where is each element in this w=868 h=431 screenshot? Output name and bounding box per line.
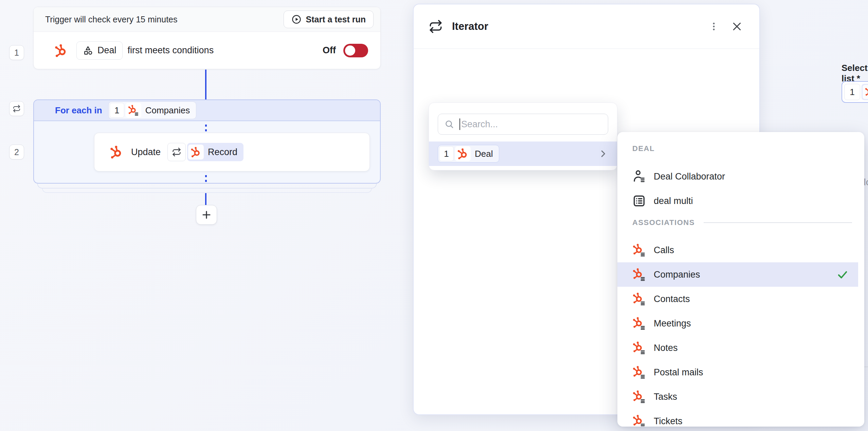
hubspot-list-icon: [632, 268, 646, 281]
menu-item-deal-multi[interactable]: deal multi: [617, 189, 858, 213]
menu-item-tasks[interactable]: Tasks: [617, 385, 858, 409]
record-token-label: Record: [204, 147, 242, 157]
trigger-card-header: Trigger will check every 15 minutes Star…: [34, 7, 380, 32]
hubspot-list-icon: [632, 366, 646, 379]
hubspot-list-icon: [632, 292, 646, 306]
search-input[interactable]: [460, 119, 602, 130]
token-label: Deal: [471, 149, 498, 159]
search-icon: [444, 119, 454, 129]
menu-item-label: Contacts: [654, 294, 690, 304]
menu-item-label: Tickets: [654, 416, 683, 427]
hubspot-list-icon: [632, 317, 646, 330]
dotted-connector: [205, 125, 207, 127]
token-step-number: 1: [439, 146, 454, 161]
deal-token: 1 Deal: [438, 145, 499, 163]
start-test-run-label: Start a test run: [306, 15, 366, 24]
kebab-icon: [709, 21, 719, 32]
hubspot-list-icon: [632, 341, 646, 355]
token-label: Companies: [141, 105, 195, 116]
menu-item-tickets[interactable]: Tickets: [617, 409, 858, 427]
panel-close-button[interactable]: [729, 19, 744, 34]
deal-object-badge: Deal: [76, 41, 123, 60]
add-step-button[interactable]: [196, 205, 217, 225]
menu-item-label: Postal mails: [654, 367, 703, 378]
hubspot-list-icon: [126, 103, 141, 118]
person-list-icon: [632, 170, 646, 183]
trigger-step-row[interactable]: Deal first meets conditions Off: [34, 32, 380, 69]
start-test-run-button[interactable]: Start a test run: [284, 11, 374, 28]
panel-header: Iterator: [414, 4, 759, 49]
hubspot-icon: [188, 145, 204, 160]
dropdown-search-box[interactable]: [438, 114, 608, 135]
menu-item-label: Meetings: [654, 318, 691, 329]
loop-stack-layer: [37, 183, 377, 188]
menu-item-label: deal multi: [654, 196, 693, 206]
check-icon: [836, 268, 849, 281]
menu-item-label: Companies: [654, 269, 700, 280]
menu-item-label: Tasks: [654, 392, 677, 402]
trigger-event-text: first meets conditions: [128, 45, 214, 56]
menu-item-meetings[interactable]: Meetings: [617, 311, 858, 336]
chevron-right-icon: [598, 149, 608, 159]
chip-body: Deal › Companies: [862, 84, 868, 100]
loop-step-badge: [9, 101, 24, 116]
panel-title: Iterator: [452, 20, 488, 33]
update-record-card[interactable]: Update Record: [94, 133, 370, 171]
section-divider: [704, 222, 852, 223]
shapes-icon: [83, 45, 93, 56]
trigger-schedule-text: Trigger will check every 15 minutes: [45, 15, 178, 24]
step-number-badge-1: 1: [9, 45, 24, 60]
section-header-deal: DEAL: [632, 144, 655, 153]
token-step-number: 1: [110, 103, 124, 118]
dropdown-option-deal[interactable]: 1 Deal: [429, 142, 617, 166]
menu-item-label: Calls: [654, 245, 674, 256]
hubspot-icon: [455, 146, 471, 161]
section-header-label: ASSOCIATIONS: [632, 218, 695, 227]
dotted-connector: [205, 180, 207, 182]
select-list-input[interactable]: 1 Deal › Companies: [842, 81, 868, 103]
panel-menu-button[interactable]: [707, 20, 721, 33]
connector-line: [205, 70, 206, 99]
record-token[interactable]: Record: [187, 143, 243, 161]
section-header-associations: ASSOCIATIONS: [632, 218, 852, 228]
selected-list-chip[interactable]: 1 Deal › Companies: [844, 83, 868, 100]
connector-line: [205, 193, 206, 205]
foreach-label: For each in: [55, 105, 102, 116]
loop-stack-layer: [42, 188, 372, 193]
close-icon: [731, 20, 743, 33]
hubspot-list-icon: [632, 414, 646, 427]
deal-badge-label: Deal: [97, 45, 116, 56]
iteration-repeat-icon-box: [167, 143, 186, 161]
trigger-card[interactable]: Trigger will check every 15 minutes Star…: [33, 7, 381, 69]
trigger-enabled-toggle[interactable]: [343, 44, 368, 57]
hubspot-list-icon: [632, 243, 646, 257]
play-circle-icon: [291, 14, 302, 24]
repeat-icon: [429, 19, 443, 34]
step-number-badge-2: 2: [9, 145, 24, 160]
update-action-text: Update: [131, 147, 161, 157]
toggle-knob: [345, 45, 355, 56]
dotted-connector: [205, 129, 207, 131]
menu-item-notes[interactable]: Notes: [617, 336, 858, 360]
menu-item-contacts[interactable]: Contacts: [617, 287, 858, 311]
toggle-off-label: Off: [323, 45, 336, 56]
menu-item-calls[interactable]: Calls: [617, 238, 858, 262]
associations-submenu: DEAL Deal Collaborator deal multi ASSOCI…: [617, 132, 864, 427]
hubspot-list-icon: [863, 85, 868, 99]
menu-item-companies[interactable]: Companies: [617, 262, 858, 287]
select-list-label: Select list *: [842, 63, 868, 84]
foreach-header[interactable]: For each in 1 Companies: [34, 100, 380, 121]
menu-item-label: Notes: [654, 343, 678, 353]
plus-icon: [201, 209, 212, 220]
menu-item-deal-collaborator[interactable]: Deal Collaborator: [617, 164, 858, 189]
list-dropdown: 1 Deal: [429, 102, 617, 170]
hubspot-icon: [54, 43, 68, 58]
foreach-list-token[interactable]: 1 Companies: [108, 101, 197, 119]
menu-item-label: Deal Collaborator: [654, 171, 725, 182]
hubspot-list-icon: [632, 390, 646, 404]
table-list-icon: [632, 194, 646, 208]
menu-item-postal-mails[interactable]: Postal mails: [617, 360, 858, 385]
repeat-icon: [13, 105, 21, 113]
chip-step-number: 1: [844, 84, 860, 100]
dotted-connector: [205, 175, 207, 177]
